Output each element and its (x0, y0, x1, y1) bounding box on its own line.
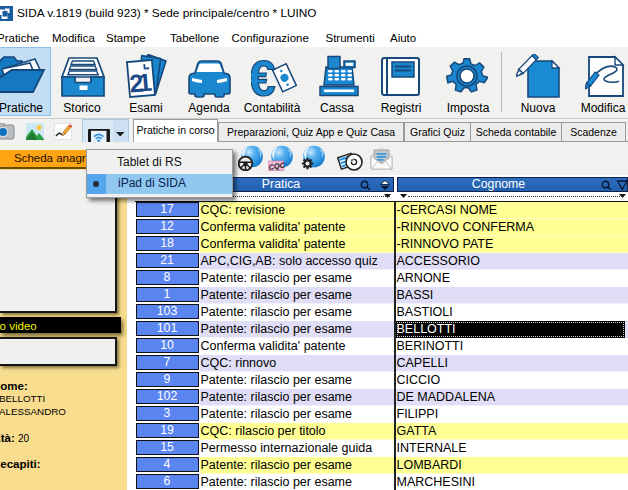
svg-text:21: 21 (128, 68, 153, 98)
svg-text:€: € (251, 56, 276, 98)
svg-text:CQC: CQC (268, 161, 286, 171)
